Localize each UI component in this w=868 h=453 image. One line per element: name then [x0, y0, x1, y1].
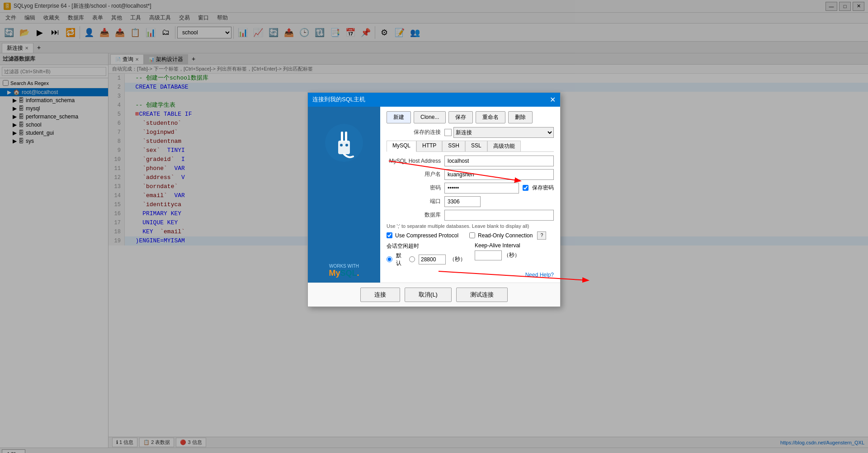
dialog-form: 新建 Clone... 保存 重命名 删除 保存的连接 新连接: [380, 107, 560, 283]
database-label: 数据库: [387, 211, 441, 219]
connection-color-box: [444, 129, 452, 136]
tab-ssh[interactable]: SSH: [442, 141, 465, 151]
dialog-title: 连接到我的SQL主机: [312, 95, 365, 104]
save-password-label: 保存密码: [532, 184, 554, 192]
tab-mysql[interactable]: MySQL: [387, 141, 416, 152]
connect-button[interactable]: 连接: [360, 288, 400, 302]
cancel-button[interactable]: 取消(L): [405, 288, 452, 302]
logo-graphic: [321, 116, 367, 170]
timeout-default-label: 默认: [396, 252, 406, 267]
keepalive-label: Keep-Alive Interval: [475, 242, 554, 249]
username-row: 用户名: [387, 169, 554, 180]
modal-overlay: 连接到我的SQL主机 ✕: [0, 0, 868, 453]
tab-http[interactable]: HTTP: [416, 141, 442, 151]
port-row: 端口: [387, 196, 554, 207]
dialog-footer: 连接 取消(L) 测试连接: [308, 283, 560, 307]
dialog-header: 连接到我的SQL主机 ✕: [308, 93, 560, 107]
need-help-link[interactable]: Need Help?: [387, 272, 554, 278]
connect-dialog: 连接到我的SQL主机 ✕: [307, 92, 561, 307]
readonly-label: Read-Only Connection: [478, 232, 533, 239]
db-hint: Use ';' to separate multiple databases. …: [387, 223, 554, 229]
dialog-body: WORKS WITH MySQL. 新建 Clone... 保存 重命名 删除 …: [308, 107, 560, 283]
readonly-checkbox[interactable]: [469, 232, 475, 238]
save-password-checkbox[interactable]: [523, 185, 528, 191]
mysql-logo-text: MySQL.: [329, 269, 359, 278]
tab-advanced[interactable]: 高级功能: [487, 141, 521, 151]
dialog-action-buttons: 新建 Clone... 保存 重命名 删除: [387, 111, 554, 123]
port-label: 端口: [387, 198, 441, 205]
compressed-label: Use Compressed Protocol: [395, 232, 458, 239]
tab-ssl[interactable]: SSL: [465, 141, 487, 151]
keepalive-input[interactable]: [475, 250, 502, 260]
database-row: 数据库: [387, 210, 554, 221]
password-row: 密码 保存密码: [387, 183, 554, 193]
timeout-default-radio[interactable]: [387, 256, 392, 262]
timeout-label: 会话空闲超时: [387, 242, 466, 250]
dialog-logo-panel: WORKS WITH MySQL.: [308, 107, 380, 283]
timeout-custom-radio[interactable]: [409, 256, 415, 262]
plug-icon: [324, 118, 364, 168]
help-button[interactable]: ?: [537, 231, 546, 240]
host-input[interactable]: [444, 156, 554, 166]
save-button[interactable]: 保存: [448, 111, 473, 123]
svg-rect-3: [345, 132, 347, 142]
saved-connection-row: 保存的连接 新连接: [387, 127, 554, 138]
svg-rect-2: [341, 132, 343, 142]
timeout-keepalive-section: 会话空闲超时 默认 （秒） Keep-Alive Interval: [387, 242, 554, 270]
dialog-close-button[interactable]: ✕: [550, 95, 556, 104]
delete-button[interactable]: 删除: [508, 111, 533, 123]
works-with-text: WORKS WITH MySQL.: [329, 264, 359, 278]
username-input[interactable]: [444, 169, 554, 180]
password-label: 密码: [387, 184, 441, 192]
new-connection-button[interactable]: 新建: [387, 111, 411, 123]
compressed-checkbox[interactable]: [387, 232, 392, 238]
test-connection-button[interactable]: 测试连接: [456, 288, 508, 302]
saved-connection-select[interactable]: 新连接: [453, 127, 554, 138]
saved-connection-label: 保存的连接: [387, 128, 441, 136]
host-row: MySQL Host Address: [387, 156, 554, 166]
svg-rect-1: [338, 141, 350, 154]
form-tabs: MySQL HTTP SSH SSL 高级功能: [387, 141, 554, 152]
port-input[interactable]: [444, 196, 481, 207]
rename-button[interactable]: 重命名: [476, 111, 505, 123]
timeout-unit: （秒）: [449, 255, 466, 263]
svg-point-4: [340, 144, 343, 146]
host-label: MySQL Host Address: [387, 158, 441, 164]
database-input[interactable]: [444, 210, 554, 221]
clone-button[interactable]: Clone...: [414, 111, 446, 123]
svg-point-5: [345, 144, 348, 146]
timeout-value-input[interactable]: [419, 255, 446, 264]
keepalive-unit: （秒）: [504, 251, 520, 259]
options-row: Use Compressed Protocol Read-Only Connec…: [387, 231, 554, 240]
password-input[interactable]: [444, 183, 519, 193]
username-label: 用户名: [387, 170, 441, 178]
